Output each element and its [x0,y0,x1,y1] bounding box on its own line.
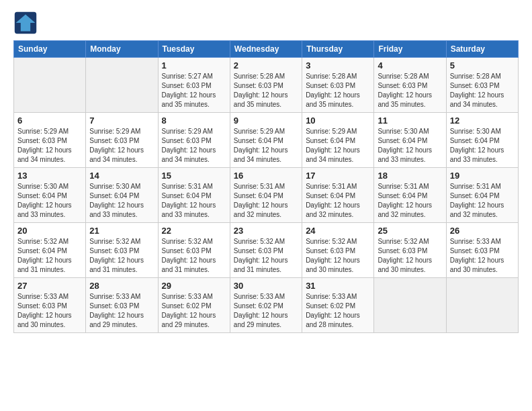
day-number: 28 [89,281,154,291]
day-info: Sunrise: 5:33 AM Sunset: 6:02 PM Dayligh… [234,292,298,330]
calendar-cell: 11Sunrise: 5:30 AM Sunset: 6:04 PM Dayli… [374,113,446,168]
day-info: Sunrise: 5:33 AM Sunset: 6:02 PM Dayligh… [162,292,226,330]
day-info: Sunrise: 5:33 AM Sunset: 6:03 PM Dayligh… [89,292,154,330]
day-info: Sunrise: 5:30 AM Sunset: 6:04 PM Dayligh… [450,127,515,165]
calendar-week-4: 20Sunrise: 5:32 AM Sunset: 6:04 PM Dayli… [14,223,519,278]
calendar-week-2: 6Sunrise: 5:29 AM Sunset: 6:03 PM Daylig… [14,113,519,168]
day-info: Sunrise: 5:32 AM Sunset: 6:03 PM Dayligh… [306,237,370,275]
logo-icon [13,11,38,35]
calendar-week-1: 1Sunrise: 5:27 AM Sunset: 6:03 PM Daylig… [14,58,519,113]
calendar-cell: 16Sunrise: 5:31 AM Sunset: 6:04 PM Dayli… [230,168,302,223]
day-info: Sunrise: 5:32 AM Sunset: 6:03 PM Dayligh… [89,237,154,275]
calendar-cell: 31Sunrise: 5:33 AM Sunset: 6:02 PM Dayli… [302,278,374,333]
calendar-cell: 8Sunrise: 5:29 AM Sunset: 6:03 PM Daylig… [158,113,230,168]
calendar-cell: 24Sunrise: 5:32 AM Sunset: 6:03 PM Dayli… [302,223,374,278]
calendar-cell: 25Sunrise: 5:32 AM Sunset: 6:03 PM Dayli… [374,223,446,278]
logo [13,11,42,35]
calendar-cell: 27Sunrise: 5:33 AM Sunset: 6:03 PM Dayli… [14,278,86,333]
calendar-cell: 30Sunrise: 5:33 AM Sunset: 6:02 PM Dayli… [230,278,302,333]
day-number: 11 [378,116,442,126]
calendar-cell [446,278,518,333]
day-number: 14 [89,171,154,181]
calendar-cell: 6Sunrise: 5:29 AM Sunset: 6:03 PM Daylig… [14,113,86,168]
day-number: 15 [162,171,226,181]
day-number: 3 [306,60,370,71]
weekday-header-row: SundayMondayTuesdayWednesdayThursdayFrid… [14,41,519,58]
day-info: Sunrise: 5:31 AM Sunset: 6:04 PM Dayligh… [162,182,226,220]
day-number: 26 [450,226,515,236]
day-info: Sunrise: 5:29 AM Sunset: 6:04 PM Dayligh… [234,127,298,165]
day-info: Sunrise: 5:29 AM Sunset: 6:03 PM Dayligh… [89,127,154,165]
day-number: 17 [306,171,370,181]
day-number: 13 [17,171,82,181]
calendar-cell: 17Sunrise: 5:31 AM Sunset: 6:04 PM Dayli… [302,168,374,223]
day-info: Sunrise: 5:33 AM Sunset: 6:02 PM Dayligh… [306,292,370,330]
weekday-header-monday: Monday [86,41,158,58]
calendar-week-3: 13Sunrise: 5:30 AM Sunset: 6:04 PM Dayli… [14,168,519,223]
weekday-header-tuesday: Tuesday [158,41,230,58]
calendar-cell: 23Sunrise: 5:32 AM Sunset: 6:03 PM Dayli… [230,223,302,278]
calendar-week-5: 27Sunrise: 5:33 AM Sunset: 6:03 PM Dayli… [14,278,519,333]
day-number: 8 [162,116,226,126]
day-number: 19 [450,171,515,181]
calendar-cell: 15Sunrise: 5:31 AM Sunset: 6:04 PM Dayli… [158,168,230,223]
calendar-header: SundayMondayTuesdayWednesdayThursdayFrid… [14,41,519,58]
calendar-cell: 26Sunrise: 5:33 AM Sunset: 6:03 PM Dayli… [446,223,518,278]
day-info: Sunrise: 5:30 AM Sunset: 6:04 PM Dayligh… [17,182,82,220]
calendar-cell: 19Sunrise: 5:31 AM Sunset: 6:04 PM Dayli… [446,168,518,223]
day-info: Sunrise: 5:32 AM Sunset: 6:03 PM Dayligh… [234,237,298,275]
weekday-header-wednesday: Wednesday [230,41,302,58]
day-info: Sunrise: 5:29 AM Sunset: 6:03 PM Dayligh… [17,127,82,165]
calendar-cell [374,278,446,333]
day-number: 25 [378,226,442,236]
calendar-cell: 10Sunrise: 5:29 AM Sunset: 6:04 PM Dayli… [302,113,374,168]
calendar-cell: 12Sunrise: 5:30 AM Sunset: 6:04 PM Dayli… [446,113,518,168]
day-info: Sunrise: 5:31 AM Sunset: 6:04 PM Dayligh… [306,182,370,220]
calendar-table: SundayMondayTuesdayWednesdayThursdayFrid… [13,40,519,333]
weekday-header-sunday: Sunday [14,41,86,58]
day-number: 27 [17,281,82,291]
day-info: Sunrise: 5:32 AM Sunset: 6:03 PM Dayligh… [162,237,226,275]
day-info: Sunrise: 5:28 AM Sunset: 6:03 PM Dayligh… [378,72,442,109]
day-number: 4 [378,60,442,71]
calendar-cell: 9Sunrise: 5:29 AM Sunset: 6:04 PM Daylig… [230,113,302,168]
calendar-cell [14,58,86,113]
day-number: 18 [378,171,442,181]
weekday-header-thursday: Thursday [302,41,374,58]
calendar-cell: 3Sunrise: 5:28 AM Sunset: 6:03 PM Daylig… [302,58,374,113]
calendar-cell: 18Sunrise: 5:31 AM Sunset: 6:04 PM Dayli… [374,168,446,223]
calendar-cell: 1Sunrise: 5:27 AM Sunset: 6:03 PM Daylig… [158,58,230,113]
day-info: Sunrise: 5:28 AM Sunset: 6:03 PM Dayligh… [450,72,515,109]
day-number: 30 [234,281,298,291]
calendar-cell: 2Sunrise: 5:28 AM Sunset: 6:03 PM Daylig… [230,58,302,113]
day-number: 2 [234,60,298,71]
day-info: Sunrise: 5:31 AM Sunset: 6:04 PM Dayligh… [450,182,515,220]
day-number: 23 [234,226,298,236]
day-number: 24 [306,226,370,236]
day-number: 10 [306,116,370,126]
weekday-header-friday: Friday [374,41,446,58]
day-number: 5 [450,60,515,71]
calendar-cell: 4Sunrise: 5:28 AM Sunset: 6:03 PM Daylig… [374,58,446,113]
day-info: Sunrise: 5:33 AM Sunset: 6:03 PM Dayligh… [450,237,515,275]
day-info: Sunrise: 5:29 AM Sunset: 6:03 PM Dayligh… [162,127,226,165]
day-info: Sunrise: 5:31 AM Sunset: 6:04 PM Dayligh… [378,182,442,220]
calendar-cell: 7Sunrise: 5:29 AM Sunset: 6:03 PM Daylig… [86,113,158,168]
day-info: Sunrise: 5:28 AM Sunset: 6:03 PM Dayligh… [306,72,370,109]
day-number: 16 [234,171,298,181]
calendar-cell: 21Sunrise: 5:32 AM Sunset: 6:03 PM Dayli… [86,223,158,278]
calendar-cell: 28Sunrise: 5:33 AM Sunset: 6:03 PM Dayli… [86,278,158,333]
calendar-cell: 22Sunrise: 5:32 AM Sunset: 6:03 PM Dayli… [158,223,230,278]
day-number: 21 [89,226,154,236]
day-info: Sunrise: 5:31 AM Sunset: 6:04 PM Dayligh… [234,182,298,220]
day-info: Sunrise: 5:28 AM Sunset: 6:03 PM Dayligh… [234,72,298,109]
calendar-cell [86,58,158,113]
day-info: Sunrise: 5:27 AM Sunset: 6:03 PM Dayligh… [162,72,226,109]
day-number: 12 [450,116,515,126]
day-number: 29 [162,281,226,291]
calendar-cell: 20Sunrise: 5:32 AM Sunset: 6:04 PM Dayli… [14,223,86,278]
day-info: Sunrise: 5:32 AM Sunset: 6:03 PM Dayligh… [378,237,442,275]
day-number: 7 [89,116,154,126]
day-info: Sunrise: 5:33 AM Sunset: 6:03 PM Dayligh… [17,292,82,330]
calendar-body: 1Sunrise: 5:27 AM Sunset: 6:03 PM Daylig… [14,58,519,333]
